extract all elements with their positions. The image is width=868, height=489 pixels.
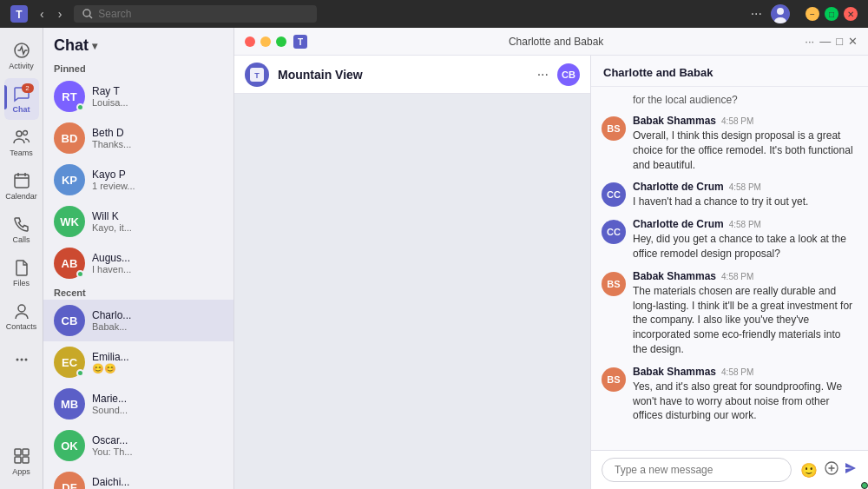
msg-author-2: Charlotte de Crum	[633, 181, 724, 193]
sidebar-item-contacts[interactable]: Contacts	[4, 295, 39, 337]
chat-preview: Thanks...	[92, 139, 223, 149]
more-icon	[12, 350, 31, 369]
teams-label: Teams	[10, 149, 33, 157]
chat-title-caret[interactable]: ▾	[92, 40, 97, 52]
svg-point-9	[23, 131, 27, 135]
msg-author-1: Babak Shammas	[633, 115, 716, 127]
nav-buttons: ‹ ›	[35, 5, 67, 23]
minimize-button[interactable]: −	[806, 7, 819, 21]
chat-label: Chat	[13, 105, 30, 114]
msg-time-3: 4:58 PM	[729, 220, 761, 229]
chat-item-will[interactable]: WK Will K Kayo, it...	[43, 201, 233, 242]
chat-item-oscar[interactable]: OK Oscar... You: Th...	[43, 425, 233, 466]
svg-rect-16	[23, 449, 29, 455]
chat-preview: 1 review...	[92, 181, 223, 191]
search-bar[interactable]	[74, 5, 317, 23]
chat-avatar-marie: MB	[54, 388, 85, 420]
chat-avatar-charlo: CB	[54, 305, 85, 336]
message-item-2: CC Charlotte de Crum 4:58 PM I haven't h…	[602, 181, 858, 209]
inner-window-minimize[interactable]: —	[819, 35, 831, 48]
contacts-icon	[12, 301, 31, 320]
icon-sidebar: Activity 2 Chat Teams	[0, 28, 43, 489]
inner-minimize-button[interactable]	[260, 36, 271, 47]
user-avatar[interactable]	[771, 4, 790, 23]
msg-author-5: Babak Shammas	[633, 366, 716, 378]
msg-avatar-1: BS	[602, 116, 626, 141]
chat-list-header: Chat ▾	[43, 28, 233, 60]
message-item-3: CC Charlotte de Crum 4:58 PM Hey, did yo…	[602, 218, 858, 261]
back-button[interactable]: ‹	[35, 5, 49, 23]
msg-avatar-3: CC	[602, 220, 626, 244]
chat-avatar-augus: AB	[54, 248, 85, 279]
more-dots[interactable]: ···	[751, 6, 762, 22]
chat-name: Augus...	[92, 252, 223, 264]
sidebar-item-more[interactable]	[4, 339, 39, 380]
inner-more-button[interactable]: ···	[805, 35, 814, 48]
close-button[interactable]: ✕	[844, 7, 858, 21]
channel-profile-icon[interactable]: CB	[557, 63, 580, 86]
sidebar-item-teams[interactable]: Teams	[4, 122, 39, 163]
chat-name: Daichi...	[92, 476, 223, 488]
apps-label: Apps	[12, 467, 30, 476]
chat-item-augus[interactable]: AB Augus... I haven...	[43, 242, 233, 284]
emoji-button[interactable]: 🙂	[799, 459, 819, 480]
chat-name: Beth D	[92, 127, 223, 139]
plus-icon	[825, 461, 838, 475]
message-item-1: BS Babak Shammas 4:58 PM Overall, I thin…	[602, 115, 858, 172]
sidebar-item-activity[interactable]: Activity	[4, 35, 39, 76]
chat-name: Marie...	[92, 393, 223, 405]
search-input[interactable]	[98, 8, 272, 20]
sidebar-item-chat[interactable]: 2 Chat	[4, 78, 39, 120]
sidebar-item-files[interactable]: Files	[4, 252, 39, 294]
send-button[interactable]	[844, 459, 858, 480]
sidebar-item-apps[interactable]: Apps	[4, 440, 39, 482]
chat-item-ray[interactable]: RT Ray T Louisa...	[43, 76, 233, 117]
chat-item-emilia[interactable]: EC Emilia... 😊😊	[43, 341, 233, 383]
inner-maximize-button[interactable]	[276, 36, 286, 47]
forward-button[interactable]: ›	[53, 5, 68, 23]
svg-rect-15	[15, 449, 21, 455]
chat-badge: 2	[22, 83, 34, 93]
inner-close-button[interactable]	[245, 36, 255, 47]
chat-item-charlo[interactable]: CB Charlo... Babak...	[43, 300, 233, 341]
calls-label: Calls	[12, 235, 30, 244]
inner-window-maximize[interactable]: □	[836, 35, 843, 48]
teams-icon	[12, 128, 31, 147]
message-input[interactable]	[602, 458, 792, 482]
chat-info-marie: Marie... Sound...	[92, 393, 223, 415]
chat-panel-title: Chat ▾	[54, 36, 97, 55]
inner-content: T Mountain View ··· CB Charlotte and Ba	[234, 56, 868, 489]
svg-point-12	[16, 359, 18, 361]
messages-list: for the local audience? BS Babak Shammas…	[591, 87, 868, 450]
inner-win-controls	[245, 36, 286, 47]
chat-avatar-beth: BD	[54, 122, 85, 154]
contacts-label: Contacts	[6, 322, 37, 331]
inner-title-bar: T Charlotte and Babak ··· — □ ✕	[234, 28, 868, 56]
msg-content-5: Babak Shammas 4:58 PM Yes, and it's also…	[633, 366, 858, 423]
chat-preview: Kayo, it...	[92, 222, 223, 233]
chat-item-beth[interactable]: BD Beth D Thanks...	[43, 117, 233, 159]
msg-author-3: Charlotte de Crum	[633, 218, 724, 230]
activity-icon	[12, 41, 31, 60]
msg-time-2: 4:58 PM	[729, 182, 761, 192]
svg-point-14	[24, 359, 27, 361]
search-icon	[82, 9, 93, 19]
sidebar-item-calls[interactable]: Calls	[4, 208, 39, 250]
chat-item-marie[interactable]: MB Marie... Sound...	[43, 383, 233, 425]
svg-text:T: T	[254, 71, 260, 80]
chat-info-ray: Ray T Louisa...	[92, 85, 223, 108]
svg-text:T: T	[298, 37, 303, 47]
activity-label: Activity	[9, 62, 34, 70]
chat-item-kayo[interactable]: KP Kayo P 1 review...	[43, 159, 233, 201]
inner-window-close[interactable]: ✕	[848, 35, 858, 48]
chat-item-daichi[interactable]: DF Daichi... No, I th...	[43, 466, 233, 489]
sidebar-item-calendar[interactable]: Calendar	[4, 165, 39, 207]
chat-avatar-oscar: OK	[54, 430, 85, 461]
channel-more-button[interactable]: ···	[537, 67, 549, 83]
maximize-button[interactable]: □	[825, 7, 838, 21]
message-standalone: for the local audience?	[602, 94, 858, 106]
msg-text-2: I haven't had a chance to try it out yet…	[633, 195, 858, 209]
channel-header: T Mountain View ··· CB	[234, 56, 590, 94]
attach-button[interactable]	[823, 459, 840, 480]
calendar-label: Calendar	[5, 192, 37, 201]
